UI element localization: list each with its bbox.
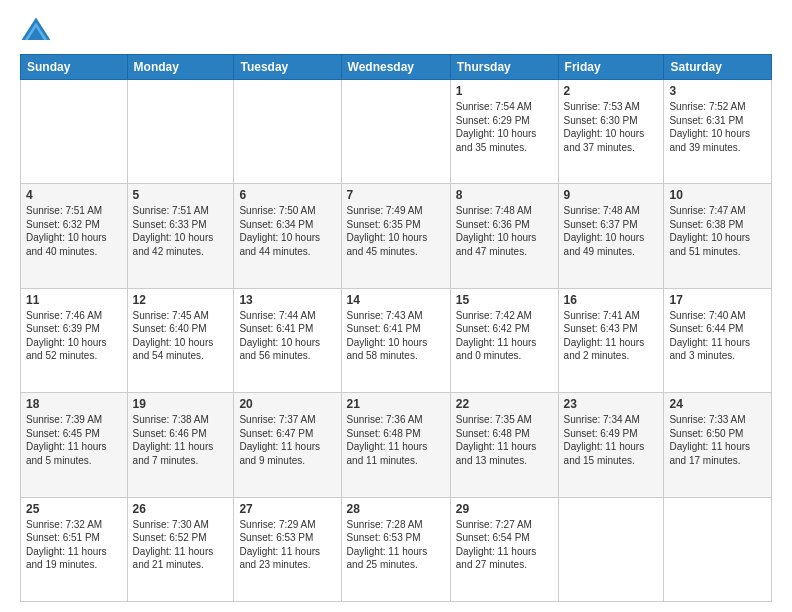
week-row-0: 1Sunrise: 7:54 AM Sunset: 6:29 PM Daylig… [21,80,772,184]
calendar-cell: 4Sunrise: 7:51 AM Sunset: 6:32 PM Daylig… [21,184,128,288]
week-row-3: 18Sunrise: 7:39 AM Sunset: 6:45 PM Dayli… [21,393,772,497]
header-day-sunday: Sunday [21,55,128,80]
day-number: 13 [239,293,335,307]
day-number: 18 [26,397,122,411]
day-number: 27 [239,502,335,516]
day-number: 25 [26,502,122,516]
day-number: 21 [347,397,445,411]
day-info: Sunrise: 7:51 AM Sunset: 6:33 PM Dayligh… [133,204,229,258]
day-number: 17 [669,293,766,307]
day-info: Sunrise: 7:50 AM Sunset: 6:34 PM Dayligh… [239,204,335,258]
day-number: 16 [564,293,659,307]
day-number: 5 [133,188,229,202]
calendar-cell: 28Sunrise: 7:28 AM Sunset: 6:53 PM Dayli… [341,497,450,601]
calendar-cell [558,497,664,601]
day-number: 24 [669,397,766,411]
calendar-cell: 17Sunrise: 7:40 AM Sunset: 6:44 PM Dayli… [664,288,772,392]
calendar-cell: 1Sunrise: 7:54 AM Sunset: 6:29 PM Daylig… [450,80,558,184]
calendar-cell: 24Sunrise: 7:33 AM Sunset: 6:50 PM Dayli… [664,393,772,497]
calendar-cell [664,497,772,601]
header-day-friday: Friday [558,55,664,80]
day-info: Sunrise: 7:37 AM Sunset: 6:47 PM Dayligh… [239,413,335,467]
calendar-cell: 5Sunrise: 7:51 AM Sunset: 6:33 PM Daylig… [127,184,234,288]
calendar-cell: 23Sunrise: 7:34 AM Sunset: 6:49 PM Dayli… [558,393,664,497]
day-info: Sunrise: 7:53 AM Sunset: 6:30 PM Dayligh… [564,100,659,154]
day-info: Sunrise: 7:42 AM Sunset: 6:42 PM Dayligh… [456,309,553,363]
calendar-cell: 29Sunrise: 7:27 AM Sunset: 6:54 PM Dayli… [450,497,558,601]
header-day-wednesday: Wednesday [341,55,450,80]
calendar-cell: 6Sunrise: 7:50 AM Sunset: 6:34 PM Daylig… [234,184,341,288]
day-number: 4 [26,188,122,202]
logo-icon [20,16,52,44]
day-info: Sunrise: 7:44 AM Sunset: 6:41 PM Dayligh… [239,309,335,363]
calendar-cell [341,80,450,184]
day-number: 29 [456,502,553,516]
day-info: Sunrise: 7:38 AM Sunset: 6:46 PM Dayligh… [133,413,229,467]
calendar-cell [234,80,341,184]
day-info: Sunrise: 7:51 AM Sunset: 6:32 PM Dayligh… [26,204,122,258]
day-info: Sunrise: 7:36 AM Sunset: 6:48 PM Dayligh… [347,413,445,467]
day-info: Sunrise: 7:39 AM Sunset: 6:45 PM Dayligh… [26,413,122,467]
header-day-thursday: Thursday [450,55,558,80]
day-info: Sunrise: 7:30 AM Sunset: 6:52 PM Dayligh… [133,518,229,572]
calendar-cell: 26Sunrise: 7:30 AM Sunset: 6:52 PM Dayli… [127,497,234,601]
day-info: Sunrise: 7:32 AM Sunset: 6:51 PM Dayligh… [26,518,122,572]
calendar-cell [21,80,128,184]
day-number: 26 [133,502,229,516]
calendar-cell: 11Sunrise: 7:46 AM Sunset: 6:39 PM Dayli… [21,288,128,392]
day-info: Sunrise: 7:27 AM Sunset: 6:54 PM Dayligh… [456,518,553,572]
calendar-cell: 3Sunrise: 7:52 AM Sunset: 6:31 PM Daylig… [664,80,772,184]
calendar-cell: 27Sunrise: 7:29 AM Sunset: 6:53 PM Dayli… [234,497,341,601]
day-info: Sunrise: 7:33 AM Sunset: 6:50 PM Dayligh… [669,413,766,467]
day-info: Sunrise: 7:40 AM Sunset: 6:44 PM Dayligh… [669,309,766,363]
header-day-tuesday: Tuesday [234,55,341,80]
day-number: 8 [456,188,553,202]
calendar-cell: 18Sunrise: 7:39 AM Sunset: 6:45 PM Dayli… [21,393,128,497]
calendar-cell: 7Sunrise: 7:49 AM Sunset: 6:35 PM Daylig… [341,184,450,288]
day-number: 3 [669,84,766,98]
page: SundayMondayTuesdayWednesdayThursdayFrid… [0,0,792,612]
day-number: 15 [456,293,553,307]
calendar-cell: 9Sunrise: 7:48 AM Sunset: 6:37 PM Daylig… [558,184,664,288]
day-info: Sunrise: 7:47 AM Sunset: 6:38 PM Dayligh… [669,204,766,258]
header-row: SundayMondayTuesdayWednesdayThursdayFrid… [21,55,772,80]
day-number: 19 [133,397,229,411]
calendar-cell: 20Sunrise: 7:37 AM Sunset: 6:47 PM Dayli… [234,393,341,497]
day-number: 11 [26,293,122,307]
day-info: Sunrise: 7:48 AM Sunset: 6:36 PM Dayligh… [456,204,553,258]
header-day-monday: Monday [127,55,234,80]
calendar-cell: 22Sunrise: 7:35 AM Sunset: 6:48 PM Dayli… [450,393,558,497]
calendar-cell: 10Sunrise: 7:47 AM Sunset: 6:38 PM Dayli… [664,184,772,288]
day-number: 1 [456,84,553,98]
calendar-cell: 25Sunrise: 7:32 AM Sunset: 6:51 PM Dayli… [21,497,128,601]
day-info: Sunrise: 7:35 AM Sunset: 6:48 PM Dayligh… [456,413,553,467]
calendar-cell: 19Sunrise: 7:38 AM Sunset: 6:46 PM Dayli… [127,393,234,497]
day-number: 7 [347,188,445,202]
calendar-cell: 12Sunrise: 7:45 AM Sunset: 6:40 PM Dayli… [127,288,234,392]
day-number: 6 [239,188,335,202]
day-number: 23 [564,397,659,411]
logo [20,16,56,44]
day-number: 14 [347,293,445,307]
calendar-cell: 16Sunrise: 7:41 AM Sunset: 6:43 PM Dayli… [558,288,664,392]
week-row-2: 11Sunrise: 7:46 AM Sunset: 6:39 PM Dayli… [21,288,772,392]
calendar-cell [127,80,234,184]
day-info: Sunrise: 7:29 AM Sunset: 6:53 PM Dayligh… [239,518,335,572]
day-info: Sunrise: 7:41 AM Sunset: 6:43 PM Dayligh… [564,309,659,363]
day-info: Sunrise: 7:54 AM Sunset: 6:29 PM Dayligh… [456,100,553,154]
day-number: 9 [564,188,659,202]
header [20,16,772,44]
day-info: Sunrise: 7:45 AM Sunset: 6:40 PM Dayligh… [133,309,229,363]
day-info: Sunrise: 7:52 AM Sunset: 6:31 PM Dayligh… [669,100,766,154]
calendar-cell: 21Sunrise: 7:36 AM Sunset: 6:48 PM Dayli… [341,393,450,497]
calendar-table: SundayMondayTuesdayWednesdayThursdayFrid… [20,54,772,602]
calendar-cell: 8Sunrise: 7:48 AM Sunset: 6:36 PM Daylig… [450,184,558,288]
day-info: Sunrise: 7:34 AM Sunset: 6:49 PM Dayligh… [564,413,659,467]
day-number: 28 [347,502,445,516]
day-info: Sunrise: 7:48 AM Sunset: 6:37 PM Dayligh… [564,204,659,258]
header-day-saturday: Saturday [664,55,772,80]
day-info: Sunrise: 7:28 AM Sunset: 6:53 PM Dayligh… [347,518,445,572]
week-row-1: 4Sunrise: 7:51 AM Sunset: 6:32 PM Daylig… [21,184,772,288]
day-number: 10 [669,188,766,202]
calendar-cell: 13Sunrise: 7:44 AM Sunset: 6:41 PM Dayli… [234,288,341,392]
